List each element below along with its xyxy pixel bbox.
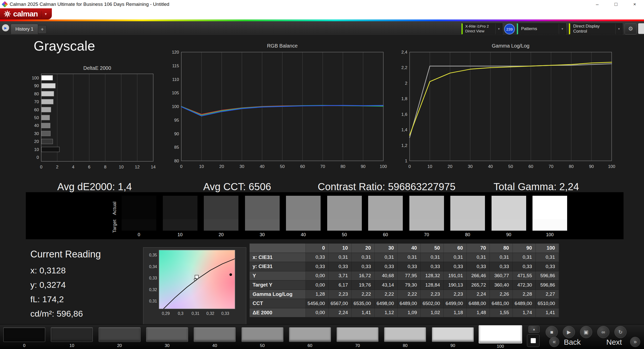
svg-text:50: 50 [508, 164, 513, 169]
back-chevron-button[interactable]: « [549, 337, 559, 347]
svg-text:20: 20 [219, 164, 224, 169]
table-cell: 6510,00 [536, 299, 559, 308]
pattern-button-30[interactable]: 30 [146, 327, 188, 348]
table-cell: 2,24 [329, 308, 352, 318]
pattern-button-90[interactable]: 90 [432, 327, 474, 348]
stop-button[interactable]: ■ [546, 326, 558, 338]
pattern-swatch [194, 327, 236, 342]
table-cell: 1,41 [352, 308, 375, 318]
gear-icon: ⚙ [628, 26, 633, 32]
app-icon [2, 1, 8, 7]
table-cell: 60 [444, 244, 467, 253]
next-button[interactable]: Next [606, 338, 622, 346]
table-cell: 0 [306, 244, 329, 253]
save-button[interactable]: ▣ [580, 326, 592, 338]
display-control-label: Direct Display Control [570, 24, 615, 34]
swatch-label-0: 0 [122, 232, 156, 237]
logo-dropdown-caret-icon[interactable]: ▼ [41, 11, 50, 17]
deltae-chart-plot: 024681012141009080706050403020100 [27, 72, 157, 173]
svg-text:100: 100 [172, 104, 179, 109]
table-cell: 6488,00 [467, 299, 490, 308]
svg-text:30: 30 [468, 164, 473, 169]
meter-count-badge[interactable]: 239 [504, 24, 515, 34]
display-control-selector[interactable]: Direct Display Control ▼ [569, 23, 623, 34]
swatch-target-0 [122, 219, 156, 231]
patterns-selector[interactable]: Patterns ▼ [517, 23, 566, 34]
nav-arrow-button[interactable]: ▶ [2, 24, 9, 31]
table-cell: 10 [329, 244, 352, 253]
refresh-button[interactable]: ↻ [614, 326, 627, 338]
swatch-label-30: 30 [245, 232, 280, 237]
meter-selector[interactable]: X-Rite i1Pro 2 Direct View ▼ [461, 23, 502, 34]
pattern-button-100[interactable]: 100 [479, 325, 522, 349]
svg-text:2: 2 [56, 165, 58, 169]
pattern-button-60[interactable]: 60 [289, 327, 331, 348]
table-cell: 6489,00 [398, 299, 421, 308]
table-cell: 1,02 [421, 308, 444, 318]
header-overflow-button[interactable] [638, 23, 644, 34]
table-cell: 6502,00 [421, 299, 444, 308]
table-row-label [250, 244, 306, 253]
chevron-down-icon: ▼ [495, 24, 502, 34]
reading-cd: cd/m²: 596,86 [30, 307, 101, 321]
swatch-actual-60 [368, 196, 403, 219]
swatch-actual-90 [492, 196, 526, 219]
table-row-label: Y [250, 271, 306, 281]
table-cell: 30 [375, 244, 398, 253]
stat-avg-cct: Avg CCT: 6506 [203, 181, 271, 192]
pattern-button-label: 10 [51, 343, 93, 348]
calman-logo[interactable]: calman ▼ [0, 8, 52, 19]
svg-text:2: 2 [405, 81, 407, 86]
settings-button[interactable]: ⚙ [625, 23, 637, 34]
play-button[interactable]: ▶ [563, 326, 575, 338]
svg-text:1,8: 1,8 [401, 96, 407, 101]
svg-text:80: 80 [569, 164, 574, 169]
pattern-button-50[interactable]: 50 [241, 327, 283, 348]
stop-icon: ■ [550, 329, 553, 335]
link-button[interactable]: ∞ [597, 326, 609, 338]
svg-text:10: 10 [34, 147, 39, 152]
back-button[interactable]: Back [564, 338, 581, 346]
reading-x: x: 0,3128 [30, 263, 101, 278]
pattern-button-10[interactable]: 10 [51, 327, 93, 348]
pattern-swatch [289, 327, 331, 342]
scroll-up-button[interactable]: ▲ [528, 326, 540, 333]
svg-text:100: 100 [380, 164, 387, 169]
pattern-button-label: 100 [479, 344, 522, 349]
table-cell: 0,33 [536, 262, 559, 271]
pattern-button-label: 20 [99, 343, 141, 348]
table-cell: 1,41 [536, 308, 559, 318]
pattern-swatch [51, 327, 93, 342]
table-cell: 0,33 [444, 262, 467, 271]
current-reading-panel: Current Reading x: 0,3128 y: 0,3274 fL: … [30, 249, 101, 321]
pattern-swatch [479, 325, 522, 343]
pattern-button-80[interactable]: 80 [384, 327, 426, 348]
table-cell: 1,55 [490, 308, 513, 318]
svg-text:80: 80 [174, 159, 179, 163]
pattern-swatch [146, 327, 188, 342]
svg-text:0,33: 0,33 [149, 276, 157, 280]
pattern-button-70[interactable]: 70 [337, 327, 379, 348]
tab-history-1[interactable]: History 1 [11, 24, 38, 34]
svg-text:100: 100 [32, 76, 39, 80]
rgb-balance-chart: RGB Balance 0102030405060708090100808590… [166, 42, 387, 174]
pattern-button-0[interactable]: 0 [3, 327, 45, 348]
pattern-window-button[interactable] [527, 334, 540, 347]
chevron-right-icon: » [634, 339, 637, 345]
save-icon: ▣ [584, 329, 589, 335]
table-cell: 191,01 [444, 271, 467, 281]
table-cell: 6535,00 [352, 299, 375, 308]
add-tab-button[interactable]: + [38, 25, 47, 34]
calman-logo-text: calman [13, 10, 38, 18]
next-chevron-button[interactable]: » [630, 337, 640, 347]
window-title: Calman 2025 Calman Ultimate for Business… [10, 2, 169, 7]
pattern-button-20[interactable]: 20 [99, 327, 141, 348]
swatch-actual-10 [163, 196, 197, 219]
minimize-button[interactable]: – [588, 0, 607, 8]
pattern-button-label: 40 [194, 343, 236, 348]
close-button[interactable]: × [625, 0, 644, 8]
svg-text:70: 70 [320, 164, 325, 169]
rgb-balance-chart-title: RGB Balance [166, 42, 387, 50]
maximize-button[interactable]: □ [607, 0, 625, 8]
pattern-button-40[interactable]: 40 [194, 327, 236, 348]
